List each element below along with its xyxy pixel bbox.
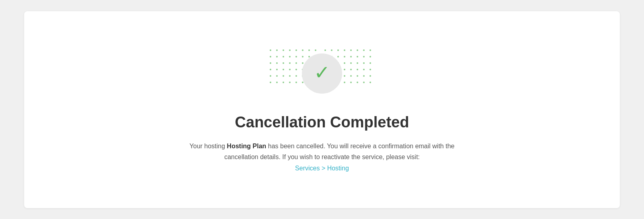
- checkmark-icon: ✓: [314, 63, 330, 82]
- page-title: Cancellation Completed: [235, 114, 409, 131]
- description-text: Your hosting Hosting Plan has been cance…: [181, 141, 463, 174]
- illustration: ✓: [270, 45, 374, 102]
- services-hosting-link[interactable]: Services > Hosting: [295, 165, 349, 172]
- hosting-plan-label: Hosting Plan: [227, 143, 266, 149]
- cancellation-card: ✓ Cancellation Completed Your hosting Ho…: [24, 11, 620, 208]
- check-circle: ✓: [302, 53, 342, 94]
- description-prefix: Your hosting: [190, 143, 227, 149]
